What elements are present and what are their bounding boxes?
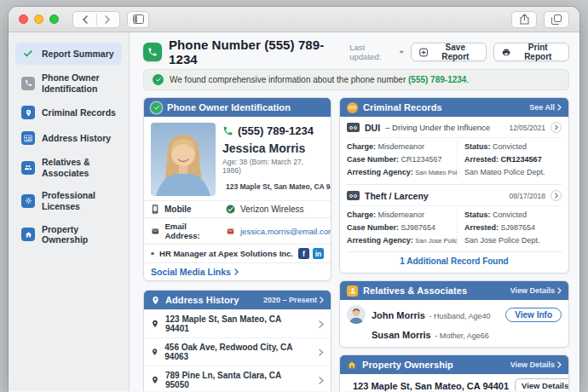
caret-down-icon bbox=[399, 50, 404, 55]
forward-button[interactable] bbox=[97, 12, 120, 27]
carrier-name: Verizon Wireless bbox=[240, 205, 303, 214]
address-row[interactable]: 456 Oak Ave, Redwood City, CA 94063 bbox=[144, 337, 331, 366]
sidebar-item-label: Phone Owner Identification bbox=[42, 72, 116, 94]
sidebar-item-label: Relatives & Associates bbox=[42, 157, 116, 178]
linkedin-icon[interactable]: in bbox=[313, 248, 324, 259]
banner-text: We found comprehensive information about… bbox=[170, 75, 469, 84]
card-header: Relatives & Associates View Details bbox=[340, 281, 568, 300]
chevron-right-icon bbox=[234, 268, 239, 275]
mobile-icon bbox=[151, 205, 159, 214]
printer-icon bbox=[502, 48, 510, 57]
chevron-right-icon bbox=[555, 193, 558, 199]
share-button[interactable] bbox=[511, 11, 537, 28]
back-button[interactable] bbox=[73, 12, 96, 27]
line-type: Mobile bbox=[164, 205, 192, 214]
chevron-right-icon bbox=[319, 349, 324, 356]
facebook-icon[interactable]: f bbox=[298, 248, 309, 259]
sidebar-item-phone-owner-identification[interactable]: Phone Owner Identification bbox=[15, 68, 122, 98]
relative-avatar bbox=[347, 305, 366, 324]
email-link[interactable]: jessica.morris@email.com bbox=[240, 227, 331, 236]
view-details-link[interactable]: View Details bbox=[510, 286, 562, 295]
pin-icon bbox=[21, 106, 35, 119]
report-header: Phone Number (555) 789-1234 Last updated… bbox=[143, 39, 569, 65]
carrier-icon bbox=[226, 205, 235, 214]
sidebar-item-property-ownership[interactable]: Property Ownership bbox=[15, 220, 122, 250]
person-icon bbox=[347, 285, 358, 297]
house-icon bbox=[21, 228, 35, 241]
id-card-icon bbox=[21, 131, 35, 145]
zoom-button[interactable] bbox=[49, 14, 59, 24]
sidebar: Report Summary Phone Owner Identificatio… bbox=[9, 32, 130, 391]
sidebar-item-label: Criminal Records bbox=[42, 107, 116, 118]
handcuffs-icon bbox=[347, 123, 360, 132]
record-title: Theft / Larceny bbox=[365, 191, 429, 201]
close-button[interactable] bbox=[19, 14, 28, 24]
view-info-button[interactable]: View Info bbox=[505, 308, 562, 322]
record-status: Status: Convicted bbox=[457, 141, 562, 153]
relatives-associates-card: Relatives & Associates View Details bbox=[339, 280, 569, 348]
envelope-icon bbox=[226, 228, 235, 235]
record-status: Status: Convicted bbox=[457, 210, 562, 221]
additional-records-link[interactable]: 1 Additional Record Found bbox=[347, 251, 562, 268]
pin-icon bbox=[151, 296, 160, 305]
view-details-link[interactable]: View Details bbox=[510, 360, 562, 369]
chevron-right-icon bbox=[320, 297, 324, 303]
address-row[interactable]: 123 Maple St, San Mateo, CA 94401 bbox=[144, 309, 331, 337]
gear-icon bbox=[21, 194, 35, 208]
record-case-number: Case Number: SJ987654 bbox=[347, 222, 457, 233]
envelope-icon bbox=[151, 228, 159, 235]
sidebar-item-report-summary[interactable]: Report Summary bbox=[15, 43, 122, 65]
address-history-card: Address History 2020 – Present 123 Maple… bbox=[143, 290, 331, 391]
card-title: Address History bbox=[165, 295, 239, 305]
card-header: Address History 2020 – Present bbox=[144, 291, 331, 309]
sidebar-item-relatives-associates[interactable]: Relatives & Associates bbox=[15, 153, 122, 182]
result-banner: We found comprehensive information about… bbox=[143, 69, 569, 90]
phone-icon bbox=[222, 125, 233, 136]
sidebar-toggle-button[interactable] bbox=[127, 11, 149, 28]
occupation: HR Manager at Apex Solutions Inc. bbox=[159, 249, 293, 258]
sidebar-item-label: Address History bbox=[42, 133, 111, 144]
record-charge: Charge: Misdemeanor bbox=[347, 141, 457, 153]
view-details-button[interactable]: View Details bbox=[515, 378, 569, 391]
phone-icon bbox=[21, 77, 35, 90]
criminal-record: Theft / Larceny 08/17/2018 Charge: Misde… bbox=[347, 184, 562, 251]
sidebar-item-label: Professional Licenses bbox=[42, 190, 116, 211]
social-media-links[interactable]: Social Media Links bbox=[144, 262, 331, 280]
sidebar-item-address-history[interactable]: Address History bbox=[15, 127, 122, 149]
add-box-icon bbox=[419, 48, 428, 57]
criminal-record: DUI – Driving Under the Influence 12/05/… bbox=[347, 122, 562, 183]
relative-relation: - Mother, Age66 bbox=[435, 331, 489, 340]
see-all-link[interactable]: See All bbox=[529, 103, 562, 112]
titlebar bbox=[9, 7, 579, 32]
owner-line-type-row: Mobile Verizon Wireless bbox=[144, 200, 331, 217]
sidebar-item-professional-licenses[interactable]: Professional Licenses bbox=[15, 186, 122, 216]
property-row: 123 Maple St, San Mateo, CA 94401 View D… bbox=[340, 374, 568, 391]
owner-phone-row: (555) 789-1234 bbox=[222, 124, 324, 137]
card-title: Property Ownership bbox=[362, 360, 453, 370]
expand-record-button[interactable] bbox=[551, 190, 562, 201]
last-updated-dropdown[interactable]: Last updated: bbox=[349, 43, 404, 61]
relative-row: John Morris - Husband, Age40 View Info bbox=[347, 305, 562, 324]
relative-name: Susan Morris bbox=[372, 330, 431, 340]
record-date: 08/17/2018 bbox=[509, 192, 545, 200]
banner-phone-number: (555) 789-1234 bbox=[408, 75, 466, 84]
main-content: Phone Number (555) 789-1234 Last updated… bbox=[130, 32, 579, 391]
tab-overview-button[interactable] bbox=[544, 11, 569, 28]
expand-record-button[interactable] bbox=[551, 122, 562, 133]
record-case-number: Case Number: CR1234567 bbox=[347, 154, 457, 165]
record-agency: San Jose Police Dept. bbox=[457, 235, 562, 246]
save-report-button[interactable]: Save Report bbox=[411, 43, 487, 61]
record-arresting-agency: Arresting Agency: San Jose Police Dept bbox=[347, 235, 457, 246]
owner-email-row: Email Address: jessica.morris@email.com bbox=[144, 217, 331, 244]
briefcase-icon bbox=[151, 249, 154, 258]
date-range-link[interactable]: 2020 – Present bbox=[263, 296, 324, 304]
address-row[interactable]: 789 Pine Ln, Santa Clara, CA 95050 bbox=[144, 366, 331, 391]
print-report-button[interactable]: Print Report bbox=[493, 43, 569, 61]
property-address: 123 Maple St, San Mateo, CA 94401 bbox=[353, 381, 509, 391]
owner-name: Jessica Morris bbox=[222, 141, 324, 155]
minimize-button[interactable] bbox=[34, 14, 43, 24]
people-icon bbox=[21, 161, 35, 175]
sidebar-item-criminal-records[interactable]: Criminal Records bbox=[15, 101, 122, 124]
owner-photo bbox=[151, 123, 216, 196]
pin-icon bbox=[151, 348, 159, 356]
